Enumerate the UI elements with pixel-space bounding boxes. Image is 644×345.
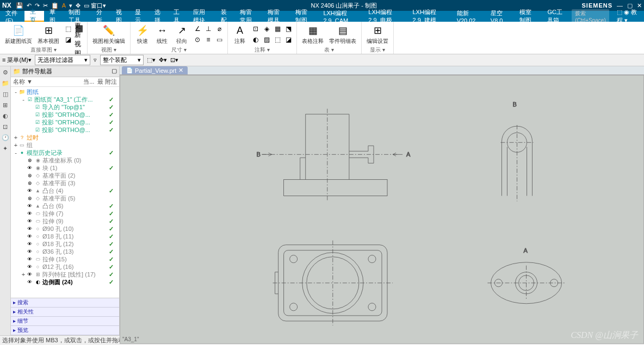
ribbon-button[interactable]: ⊞编辑设置 bbox=[365, 23, 390, 46]
tree-row[interactable]: 👁▲凸台 (6)✓ bbox=[12, 202, 118, 210]
tree-row[interactable]: ⊗◇基准平面 (2) bbox=[12, 172, 118, 179]
menu-item[interactable]: 主页 bbox=[24, 11, 44, 22]
rail-icon[interactable]: ✦ bbox=[2, 145, 9, 152]
ribbon-button[interactable]: 📄新建图纸页 bbox=[3, 23, 34, 46]
ribbon-small-button[interactable]: ⬔ bbox=[283, 24, 293, 34]
ribbon-button[interactable]: ✏️视图相关编辑 bbox=[91, 23, 127, 46]
ribbon-button[interactable]: ↗径向 bbox=[173, 23, 190, 46]
tree-row[interactable]: +?过时 bbox=[12, 134, 118, 141]
navigator-columns[interactable]: 名称 ▼ 当... 最 附注 bbox=[11, 77, 119, 87]
drawing-canvas[interactable]: B A B bbox=[120, 75, 644, 344]
filter-combo[interactable]: 无选择过滤器▾ bbox=[35, 55, 90, 65]
ribbon-small-button[interactable]: ◐ bbox=[251, 35, 261, 45]
tool-icon[interactable]: ✥▾ bbox=[159, 57, 167, 64]
ribbon-small-button[interactable]: ≡ bbox=[203, 35, 213, 45]
ribbon-small-button[interactable]: ⊙ bbox=[193, 35, 202, 45]
tree-row[interactable]: +👁⊞阵列特征 [线性] (17)✓ bbox=[12, 271, 118, 278]
tree-row[interactable]: 👁⬭拉伸 (7)✓ bbox=[12, 210, 118, 217]
tree-row[interactable]: 👁○Ø12 孔 (16)✓ bbox=[12, 263, 118, 271]
ribbon-small-button[interactable]: ⬚ bbox=[63, 24, 73, 34]
tab-close-icon[interactable]: ✕ bbox=[178, 67, 183, 74]
tree-row[interactable]: ☑投影 "ORTHO@...✓ bbox=[12, 111, 118, 118]
menu-item[interactable]: 工具 bbox=[168, 11, 188, 22]
menu-item[interactable]: 制图工具 bbox=[63, 11, 91, 22]
ribbon-small-button[interactable]: ⌀ bbox=[214, 24, 224, 34]
menu-item[interactable]: 装配 bbox=[215, 11, 235, 22]
ribbon-button[interactable]: ⊞基本视图 bbox=[36, 23, 61, 46]
tree-row[interactable]: +▭组 bbox=[12, 141, 118, 149]
nav-section[interactable]: ▸ 搜索 bbox=[11, 298, 119, 308]
navigator-tree[interactable]: -📁图纸-☑图纸页 "A3_1" (工作...✓☑导入的 "Top@1"✓☑投影… bbox=[11, 87, 119, 298]
rail-icon[interactable]: 📁 bbox=[2, 79, 9, 87]
menu-item[interactable]: 选择 bbox=[149, 11, 169, 22]
ribbon-button[interactable]: ⚡快速 bbox=[134, 23, 151, 46]
rail-icon[interactable]: ⊞ bbox=[2, 101, 9, 109]
rail-icon[interactable]: 🕐 bbox=[2, 134, 9, 141]
tree-row[interactable]: 👁○Ø18 孔 (12)✓ bbox=[12, 240, 118, 248]
menu-item[interactable]: 草图 bbox=[44, 11, 64, 22]
tree-row[interactable]: 👁⬭拉伸 (9)✓ bbox=[12, 217, 118, 225]
ribbon-button[interactable]: ▤零件明细表 bbox=[327, 23, 358, 46]
tree-row[interactable]: ⊗◇基准平面 (3) bbox=[12, 179, 118, 187]
cut-icon[interactable]: ✂ bbox=[43, 2, 48, 9]
menu-item[interactable]: 星空 V8.0 bbox=[485, 11, 515, 22]
nav-section[interactable]: ▸ 细节 bbox=[11, 317, 119, 326]
tree-row[interactable]: ☑投影 "ORTHO@...✓ bbox=[12, 126, 118, 134]
ribbon-small-button[interactable]: ∠ bbox=[193, 24, 202, 34]
menu-item[interactable]: LXH编程2.9_电极 bbox=[363, 11, 407, 22]
menu-item[interactable]: 分析 bbox=[91, 11, 110, 22]
nav-section[interactable]: ▸ 相关性 bbox=[11, 308, 119, 317]
menu-item[interactable]: LXH编程2.9_CAM bbox=[318, 11, 363, 22]
tree-row[interactable]: -📁图纸 bbox=[12, 88, 118, 96]
rail-icon[interactable]: ⊡ bbox=[2, 123, 9, 130]
tree-row[interactable]: ⊗◇基准平面 (5) bbox=[12, 195, 118, 202]
tool-icon[interactable]: ⊡▾ bbox=[170, 57, 178, 64]
menu-item[interactable]: GC工具箱 bbox=[542, 11, 572, 22]
filter-icon[interactable]: ▿ bbox=[94, 57, 97, 64]
text-icon[interactable]: A bbox=[62, 2, 66, 9]
ribbon-small-button[interactable]: ◪ bbox=[283, 35, 293, 45]
rail-icon[interactable]: ◫ bbox=[2, 90, 9, 98]
tree-row[interactable]: -☑图纸页 "A3_1" (工作...✓ bbox=[12, 96, 118, 103]
tree-row[interactable]: ☑投影 "ORTHO@...✓ bbox=[12, 118, 118, 126]
menu-item[interactable]: 梅雷模具 bbox=[262, 11, 290, 22]
tree-row[interactable]: 👁⬭拉伸 (15)✓ bbox=[12, 255, 118, 263]
ribbon-small-button[interactable]: ◪ bbox=[63, 35, 73, 45]
tree-row[interactable]: ☑导入的 "Top@1"✓ bbox=[12, 103, 118, 111]
ribbon-button[interactable]: ↔线性 bbox=[153, 23, 171, 46]
pin-icon[interactable]: ▢ bbox=[112, 67, 117, 76]
tab-partial-view[interactable]: 📄 Partial_View.prt ✕ bbox=[122, 66, 188, 74]
ribbon-button[interactable]: ▦表格注释 bbox=[300, 23, 325, 46]
rail-icon[interactable]: ⚙ bbox=[2, 68, 9, 76]
menu-item[interactable]: 文件(F) bbox=[0, 11, 24, 22]
ribbon-small-button[interactable]: ⊡ bbox=[251, 24, 261, 34]
tree-row[interactable]: ⊗◉基准坐标系 (0) bbox=[12, 156, 118, 164]
ribbon-small-button[interactable]: 更新视图 bbox=[74, 35, 84, 45]
ribbon-small-button[interactable]: ▦ bbox=[273, 24, 282, 34]
help-menu[interactable]: ⬚ ◉ 教程 ▾ bbox=[611, 11, 644, 22]
scope-combo[interactable]: 整个装配▾ bbox=[100, 55, 144, 65]
ribbon-small-button[interactable]: ▭ bbox=[214, 35, 224, 45]
tree-row[interactable]: 👁◉块 (1)✓ bbox=[12, 164, 118, 172]
save-icon[interactable]: 💾 bbox=[16, 2, 23, 9]
tree-row[interactable]: 👁▲凸台 (4)✓ bbox=[12, 187, 118, 195]
ribbon-small-button[interactable]: ⊥ bbox=[203, 24, 213, 34]
menu-item[interactable]: 能新 V20.02 bbox=[451, 11, 485, 22]
ribbon-small-button[interactable]: ⬚ bbox=[273, 35, 282, 45]
menu-item[interactable]: 模室制图 bbox=[514, 11, 542, 22]
tree-row[interactable]: 👁○Ø18 孔 (11)✓ bbox=[12, 233, 118, 240]
ribbon-small-button[interactable]: ▨ bbox=[262, 35, 271, 45]
menu-item[interactable]: 梅雷制图 bbox=[290, 11, 318, 22]
tree-row[interactable]: 👁○Ø36 孔 (13)✓ bbox=[12, 248, 118, 255]
rail-icon[interactable]: ◐ bbox=[2, 112, 9, 120]
menu-label[interactable]: ≡ 菜单(M)▾ bbox=[2, 56, 32, 64]
tree-row[interactable]: 👁○Ø90 孔 (10)✓ bbox=[12, 225, 118, 233]
menu-item[interactable]: LXH编程2.9_建模 bbox=[407, 11, 451, 22]
menu-item[interactable]: 应用模块 bbox=[188, 11, 215, 22]
tool-icon[interactable]: ⬚▾ bbox=[147, 57, 156, 64]
tree-row[interactable]: 👁◐边倒圆 (24)✓ bbox=[12, 278, 118, 286]
tree-row[interactable]: -●模型历史记录✓ bbox=[12, 149, 118, 156]
ribbon-small-button[interactable]: ◈ bbox=[262, 24, 271, 34]
ribbon-button[interactable]: A注释 bbox=[231, 23, 249, 46]
nav-section[interactable]: ▸ 预览 bbox=[11, 326, 119, 335]
